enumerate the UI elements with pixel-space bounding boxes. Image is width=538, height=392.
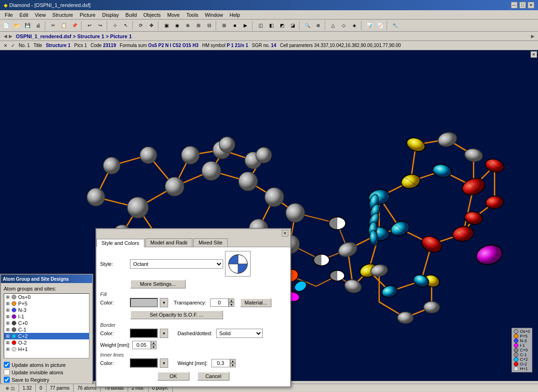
close-btn-window[interactable]: ✕ xyxy=(528,2,534,8)
atom-item-i[interactable]: ⊞ I-1 xyxy=(4,313,89,320)
nav-prev[interactable]: ◀ xyxy=(4,34,7,39)
menu-file[interactable]: File xyxy=(2,12,16,18)
atom-list[interactable]: ⊞ Os+0 ⊞ P+5 ⊞ N-3 ⊞ I-1 xyxy=(4,293,89,358)
style-dialog-close[interactable]: ✕ xyxy=(282,230,288,237)
atom-item-n[interactable]: ⊞ N-3 xyxy=(4,307,89,313)
tab-style-colors[interactable]: Style and Colors xyxy=(96,239,144,247)
tb-zoom[interactable]: 🔍 xyxy=(302,20,313,31)
tb-copy[interactable]: 📋 xyxy=(59,20,69,31)
ok-button[interactable]: OK xyxy=(157,372,190,381)
tb-move2[interactable]: ✥ xyxy=(146,20,157,31)
menu-edit[interactable]: Edit xyxy=(17,12,31,18)
svg-point-65 xyxy=(165,177,184,196)
tb-b2[interactable]: ◉ xyxy=(172,20,182,31)
tb-chart[interactable]: 📊 xyxy=(364,20,375,31)
atom-item-c-1[interactable]: ⊞ C-1 xyxy=(4,326,89,333)
border-weight-up[interactable]: ▲ xyxy=(151,341,157,345)
material-btn[interactable]: Material... xyxy=(240,298,272,307)
set-opacity-btn[interactable]: Set Opacity to S.O.F. ... xyxy=(130,310,223,319)
menu-move[interactable]: Move xyxy=(164,12,183,18)
tb-mag[interactable]: ⊕ xyxy=(313,20,323,31)
menu-picture[interactable]: Picture xyxy=(77,12,98,18)
tb-open[interactable]: 📂 xyxy=(12,20,22,31)
inner-weight-input[interactable] xyxy=(211,359,230,367)
border-color-swatch[interactable] xyxy=(130,329,158,338)
tb-sym2[interactable]: ◇ xyxy=(339,20,349,31)
minimize-btn[interactable]: — xyxy=(511,2,518,8)
style-select[interactable]: Octant Sphere Ellipsoid Wireframe xyxy=(130,259,223,269)
border-weight-input[interactable] xyxy=(132,341,151,349)
tb-select[interactable]: ⊹ xyxy=(110,20,120,31)
atom-item-c2[interactable]: ⊞ C+2 xyxy=(4,333,89,339)
tb-c1[interactable]: ◫ xyxy=(255,20,266,31)
tb-sym[interactable]: △ xyxy=(328,20,338,31)
tb-sym3[interactable]: ◈ xyxy=(349,20,360,31)
tb-wrench[interactable]: 🔧 xyxy=(390,20,400,31)
save-registry-checkbox[interactable] xyxy=(4,377,10,383)
atom-item-h[interactable]: ⊞ H+1 xyxy=(4,346,89,352)
maximize-btn[interactable]: □ xyxy=(519,2,526,8)
menu-view[interactable]: View xyxy=(32,12,49,18)
tb-redo[interactable]: ↪ xyxy=(95,20,105,31)
menu-build[interactable]: Build xyxy=(123,12,139,18)
more-settings-btn[interactable]: More Settings... xyxy=(130,279,186,289)
tb-chart2[interactable]: 📈 xyxy=(375,20,385,31)
tab-model-radii[interactable]: Model and Radii xyxy=(145,238,193,247)
inner-weight-up[interactable]: ▲ xyxy=(230,359,236,363)
update-invisible-checkbox[interactable] xyxy=(4,369,10,375)
transparency-up[interactable]: ▲ xyxy=(229,298,234,303)
inner-color-dropdown[interactable]: ▼ xyxy=(160,358,168,368)
tb-fill[interactable]: ■ xyxy=(230,20,240,31)
tab-mixed-site[interactable]: Mixed Site xyxy=(193,238,227,247)
tb-paste[interactable]: 📌 xyxy=(69,20,80,31)
atom-item-os[interactable]: ⊞ Os+0 xyxy=(4,294,89,300)
tb-b3[interactable]: ⊕ xyxy=(183,20,193,31)
nav-next[interactable]: ▶ xyxy=(9,34,12,39)
tb-b1[interactable]: ▣ xyxy=(161,20,171,31)
checkbox-update-atoms: Update atoms in picture xyxy=(4,362,89,368)
tb-new[interactable]: 📄 xyxy=(1,20,11,31)
tb-save[interactable]: 💾 xyxy=(22,20,33,31)
tb-b5[interactable]: ⊟ xyxy=(204,20,214,31)
breadcrumb-nav[interactable]: ▶ xyxy=(531,34,534,39)
tb-rotate[interactable]: ⟳ xyxy=(136,20,146,31)
fill-color-dropdown[interactable]: ▼ xyxy=(160,298,168,307)
tb-grid[interactable]: ⊞ xyxy=(219,20,229,31)
tb-c3[interactable]: ◩ xyxy=(277,20,287,31)
menu-help[interactable]: Help xyxy=(227,12,243,18)
inner-weight-down[interactable]: ▼ xyxy=(230,363,236,367)
tb-c4[interactable]: ◪ xyxy=(287,20,298,31)
update-atoms-checkbox[interactable] xyxy=(4,362,10,368)
inner-color-swatch[interactable] xyxy=(130,358,158,368)
cancel-button[interactable]: Cancel xyxy=(197,372,230,381)
tb-b4[interactable]: ⊞ xyxy=(193,20,204,31)
tb-arrow[interactable]: ↖ xyxy=(121,20,131,31)
menu-display[interactable]: Display xyxy=(99,12,122,18)
breadcrumb-bar: ◀ ▶ OSPNI_1_rendered.dsf > Structure 1 >… xyxy=(0,32,538,41)
nav-check[interactable]: ✓ xyxy=(11,43,15,48)
menu-window[interactable]: Window xyxy=(202,12,226,18)
menu-structure[interactable]: Structure xyxy=(49,12,76,18)
style-dialog-body: Style: Octant Sphere Ellipsoid Wireframe xyxy=(96,247,290,386)
tb-cut[interactable]: ✂ xyxy=(48,20,58,31)
legend-panel: Os+0 P+5 N-3 I-1 C+0 C-1 xyxy=(511,328,532,372)
dashed-select[interactable]: Solid Dashed Dotted xyxy=(216,329,263,338)
border-color-dropdown[interactable]: ▼ xyxy=(160,329,168,338)
atom-item-c0[interactable]: ⊞ C+0 xyxy=(4,320,89,326)
nav-x[interactable]: ✕ xyxy=(4,43,7,48)
transparency-down[interactable]: ▼ xyxy=(229,303,234,307)
atom-item-p[interactable]: ⊞ P+5 xyxy=(4,300,89,307)
menu-tools[interactable]: Tools xyxy=(184,12,201,18)
transparency-input[interactable] xyxy=(210,298,229,307)
tb-arrow2[interactable]: ▶ xyxy=(240,20,251,31)
menu-objects[interactable]: Objects xyxy=(141,12,163,18)
tb-print[interactable]: 🖨 xyxy=(33,20,43,31)
border-weight-down[interactable]: ▼ xyxy=(151,345,157,349)
tb-c2[interactable]: ◧ xyxy=(266,20,276,31)
fill-color-swatch[interactable] xyxy=(130,298,158,307)
atom-item-o[interactable]: ⊞ O-2 xyxy=(4,339,89,346)
atom-group-title-bar: Atom Group and Site Designs xyxy=(1,275,92,283)
view-close-btn[interactable]: ✕ xyxy=(531,51,537,58)
legend-item-p: P+5 xyxy=(514,334,530,338)
tb-undo[interactable]: ↩ xyxy=(84,20,95,31)
